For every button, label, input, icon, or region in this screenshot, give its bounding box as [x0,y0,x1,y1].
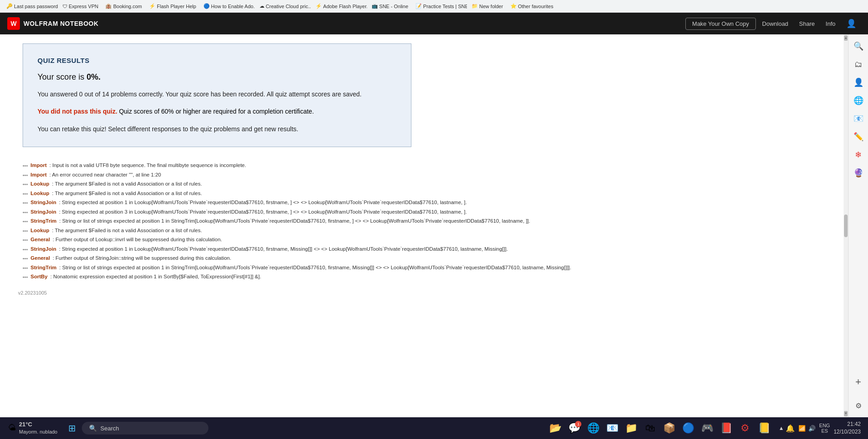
error-line: •••Lookup: The argument $Failed is not a… [23,180,836,188]
bookmark-practice[interactable]: 📝 Practice Tests | SNE... [413,2,467,10]
error-category: Lookup [31,180,50,188]
taskbar-app-explorer[interactable]: 📂 [546,419,564,437]
app-header: W WOLFRAM NOTEBOOK Make Your Own Copy Do… [0,13,868,34]
bookmark-sne[interactable]: 📺 SNE - Online [369,2,411,10]
scrollbar[interactable]: ▲ ▼ [844,34,848,417]
notebook-content[interactable]: QUIZ RESULTS Your score is 0%. You answe… [0,34,868,417]
quiz-results-box: QUIZ RESULTS Your score is 0%. You answe… [23,43,411,147]
notification-area: ▲ 🔔 [778,424,795,433]
sidebar-star-icon[interactable]: ❄ [850,147,867,163]
wifi-icon[interactable]: 📶 [798,425,806,432]
error-dots: ••• [23,273,28,281]
notification-icon[interactable]: 🔔 [786,424,795,433]
up-arrow-icon[interactable]: ▲ [778,425,784,431]
error-line: •••StringJoin: String expected at positi… [23,199,836,207]
taskbar-app-store[interactable]: 🛍 [641,419,659,437]
error-line: •••Import: An error occurred near charac… [23,171,836,179]
quiz-title: QUIZ RESULTS [38,57,396,64]
sidebar-pen-icon[interactable]: ✏️ [850,129,867,145]
error-dots: ••• [23,199,28,207]
taskbar-app-files[interactable]: 📁 [622,419,640,437]
taskbar-app-settings2[interactable]: ⚙ [736,419,754,437]
version-text: v2.20231005 [18,290,841,296]
error-line: •••StringJoin: String expected at positi… [23,245,836,253]
bookmark-booking[interactable]: 🏨 Booking.com [103,2,145,10]
taskbar-app-onedrive[interactable]: 🔵 [679,419,697,437]
info-button[interactable]: Info [821,18,840,30]
score-prefix: Your score is [38,72,86,81]
make-copy-button[interactable]: Make Your Own Copy [685,18,756,30]
weather-icon: 🌤 [8,423,16,433]
taskbar-search-icon: 🔍 [89,425,97,432]
volume-icon[interactable]: 🔊 [808,425,816,432]
bookmark-cc[interactable]: ☁ Creative Cloud pric... [257,2,311,10]
download-button[interactable]: Download [758,18,793,30]
header-actions: Make Your Own Copy Download Share Info 👤 [685,16,861,31]
sidebar-add-icon[interactable]: + [850,374,867,390]
error-text: : An error occurred near character '"', … [49,171,161,179]
sidebar-gem-icon[interactable]: 🔮 [850,165,867,181]
taskbar-app-mail[interactable]: 📧 [603,419,621,437]
taskbar-search[interactable]: 🔍 Search [82,422,208,434]
error-dots: ••• [23,227,28,235]
error-line: •••StringTrim: String or list of strings… [23,217,836,225]
error-text: : String or list of strings expected at … [59,264,571,272]
start-button[interactable]: ⊞ [64,420,80,436]
taskbar-app-notepad[interactable]: 📒 [755,419,773,437]
scroll-thumb[interactable] [844,215,848,237]
error-line: •••SortBy: Nonatomic expression expected… [23,273,836,281]
sidebar-cloud-icon[interactable]: 🌐 [850,92,867,109]
teams-badge: 1 [575,421,581,427]
fail-rest-text: Quiz scores of 60% or higher are require… [117,108,314,115]
error-text: : The argument $Failed is not a valid As… [52,190,202,198]
clock-time: 21:42 [834,420,861,428]
bookmarks-bar: 🔑 Last pass password... 🛡 Express VPN 🏨 … [0,0,868,13]
error-text: : Nonatomic expression expected at posit… [50,273,261,281]
error-category: SortBy [31,273,48,281]
taskbar-app-acrobat[interactable]: 📕 [717,419,735,437]
error-line: •••General: Further output of StringJoin… [23,254,836,262]
language-indicator: ENG ES [819,423,830,434]
quiz-description: You answered 0 out of 14 problems correc… [38,89,396,99]
error-text: : String expected at position 1 in Looku… [59,199,467,207]
bookmark-adobe1[interactable]: 🔵 How to Enable Ado... [201,2,255,10]
error-line: •••StringJoin: String expected at positi… [23,208,836,216]
bookmark-other[interactable]: ⭐ Other favourites [508,2,556,10]
error-text: : String expected at position 1 in Looku… [59,245,508,253]
app-logo: W WOLFRAM NOTEBOOK [7,17,99,30]
error-line: •••Lookup: The argument $Failed is not a… [23,227,836,235]
error-dots: ••• [23,181,28,188]
bookmark-folder[interactable]: 📁 New folder [469,2,506,10]
bookmark-lastpass[interactable]: 🔑 Last pass password... [4,2,58,10]
taskbar-app-dropbox[interactable]: 📦 [660,419,678,437]
sidebar-settings-icon[interactable]: ⚙ [850,397,867,414]
bookmark-expressvpn[interactable]: 🛡 Express VPN [60,3,101,10]
sidebar-mail-icon[interactable]: 📧 [850,110,867,127]
retake-line: You can retake this quiz! Select differe… [38,124,396,134]
weather-widget[interactable]: 🌤 21°C Mayorm. nublado [4,419,62,438]
taskbar-app-extra[interactable]: 🎮 [698,419,716,437]
error-line: •••Import: Input is not a valid UTF8 byt… [23,162,836,170]
error-dots: ••• [23,209,28,216]
taskbar-app-teams[interactable]: 💬 1 [565,419,583,437]
sidebar-notebook-icon[interactable]: 🗂 [850,56,867,72]
scroll-up-arrow[interactable]: ▲ [844,35,848,41]
error-line: •••Lookup: The argument $Failed is not a… [23,190,836,198]
taskbar-system: ▲ 🔔 📶 🔊 ENG ES 21:42 12/10/2023 [775,420,864,436]
share-button[interactable]: Share [795,18,820,30]
weather-desc: Mayorm. nublado [19,429,57,435]
bookmark-flash2[interactable]: ⚡ Adobe Flash Player... [313,2,367,10]
user-button[interactable]: 👤 [842,16,861,31]
sidebar-search-icon[interactable]: 🔍 [850,38,867,54]
right-sidebar: 🔍 🗂 👤 🌐 📧 ✏️ ❄ 🔮 + ⚙ [848,34,868,417]
taskbar-search-text: Search [100,425,119,432]
bookmark-flash-help[interactable]: ⚡ Flash Player Help [146,2,199,10]
error-text: : Further output of StringJoin::string w… [52,254,231,262]
error-line: •••StringTrim: String or list of strings… [23,264,836,272]
scroll-down-arrow[interactable]: ▼ [844,411,848,416]
error-category: General [31,236,50,244]
taskbar-app-edge[interactable]: 🌐 [584,419,602,437]
error-category: StringTrim [31,264,57,272]
sidebar-user-icon[interactable]: 👤 [850,74,867,91]
system-time[interactable]: 21:42 12/10/2023 [834,420,861,436]
